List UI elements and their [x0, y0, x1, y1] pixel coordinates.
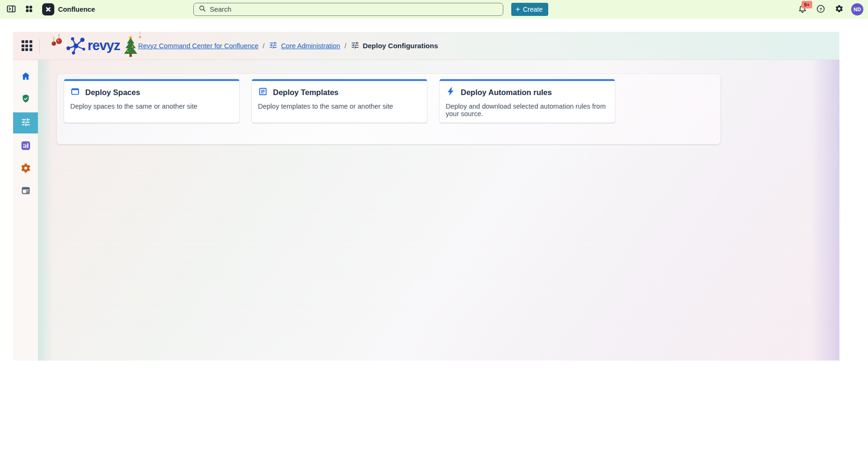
svg-text:?: ?	[819, 6, 822, 11]
notification-count-badge: 9+	[802, 1, 812, 8]
calendar-icon	[21, 185, 31, 198]
card-title: Deploy Spaces	[85, 88, 140, 97]
sidebar-item-settings[interactable]	[13, 159, 38, 178]
header-divider	[39, 39, 40, 53]
module-grid-icon[interactable]	[21, 40, 33, 52]
confluence-logo-icon	[42, 3, 54, 15]
gear-icon	[835, 4, 844, 15]
page: Confluence + Create 9+	[0, 0, 868, 450]
breadcrumb-current-page: Deploy Configurations	[363, 42, 438, 50]
tune-icon	[351, 41, 360, 51]
plus-icon: +	[515, 5, 520, 13]
top-bar-right-actions: 9+ ? ND	[795, 0, 863, 19]
search-bar[interactable]	[193, 3, 503, 16]
settings-button[interactable]	[831, 2, 846, 17]
app-grid-icon	[24, 4, 34, 15]
main-content-panel: Deploy Spaces Deploy spaces to the same …	[38, 60, 839, 361]
breadcrumb-link-command-center[interactable]: Revyz Command Center for Confluence	[138, 42, 258, 50]
app-switcher-button[interactable]	[22, 2, 37, 17]
confluence-brand[interactable]: Confluence	[42, 3, 95, 15]
christmas-tree-icon	[122, 35, 139, 60]
notifications-button[interactable]: 9+	[795, 2, 810, 17]
sidebar-item-deploy-configurations[interactable]	[13, 112, 38, 133]
ornament-icon	[49, 33, 64, 55]
help-icon: ?	[816, 4, 825, 15]
lightning-icon	[446, 87, 456, 98]
sidebar-item-calendar[interactable]	[13, 182, 38, 201]
revyz-logo[interactable]: ❄ ❄	[46, 32, 130, 60]
deploy-templates-card[interactable]: Deploy Templates Deploy templates to the…	[252, 79, 427, 123]
sidebar-item-analytics[interactable]	[13, 137, 38, 156]
breadcrumb-separator: /	[345, 42, 346, 50]
sidebar-toggle-button[interactable]	[4, 2, 19, 17]
window-icon	[70, 87, 80, 98]
card-description: Deploy templates to the same or another …	[258, 103, 420, 110]
help-button[interactable]: ?	[813, 2, 828, 17]
product-top-bar: Confluence + Create 9+	[0, 0, 868, 19]
app-body: Deploy Spaces Deploy spaces to the same …	[13, 60, 839, 361]
sidebar-item-home[interactable]	[13, 67, 38, 87]
deploy-spaces-card[interactable]: Deploy Spaces Deploy spaces to the same …	[64, 79, 239, 123]
sidebar-rail	[13, 60, 38, 361]
card-description: Deploy spaces to the same or another sit…	[70, 103, 233, 110]
deploy-automation-rules-card[interactable]: Deploy Automation rules Deploy and downl…	[440, 79, 615, 123]
bar-chart-icon	[21, 140, 31, 153]
user-avatar[interactable]: ND	[851, 3, 863, 15]
card-description: Deploy and download selected automation …	[446, 103, 608, 118]
molecule-icon	[63, 35, 88, 59]
card-title: Deploy Automation rules	[461, 88, 552, 97]
deploy-card-container: Deploy Spaces Deploy spaces to the same …	[57, 74, 721, 144]
revyz-app-region: ❄ ❄	[13, 32, 839, 361]
app-header-bar: ❄ ❄	[13, 32, 839, 60]
document-icon	[258, 87, 268, 98]
revyz-logo-text: revyz	[88, 38, 120, 53]
shield-check-icon	[21, 94, 31, 106]
breadcrumb-separator: /	[263, 42, 265, 50]
gear-icon	[20, 162, 31, 176]
product-name: Confluence	[58, 6, 95, 13]
sidebar-item-security[interactable]	[13, 90, 38, 109]
search-icon	[199, 5, 206, 14]
tune-icon	[269, 41, 278, 51]
create-button-label: Create	[523, 6, 543, 13]
tune-icon	[21, 117, 31, 129]
breadcrumb: Revyz Command Center for Confluence / Co…	[138, 41, 438, 51]
create-button[interactable]: + Create	[511, 3, 548, 16]
card-title: Deploy Templates	[273, 88, 338, 97]
gold-star-icon: ★	[138, 35, 142, 39]
sidebar-expand-icon	[6, 4, 16, 15]
search-input[interactable]	[210, 6, 498, 13]
breadcrumb-link-core-administration[interactable]: Core Administration	[281, 42, 340, 50]
home-icon	[21, 71, 31, 83]
